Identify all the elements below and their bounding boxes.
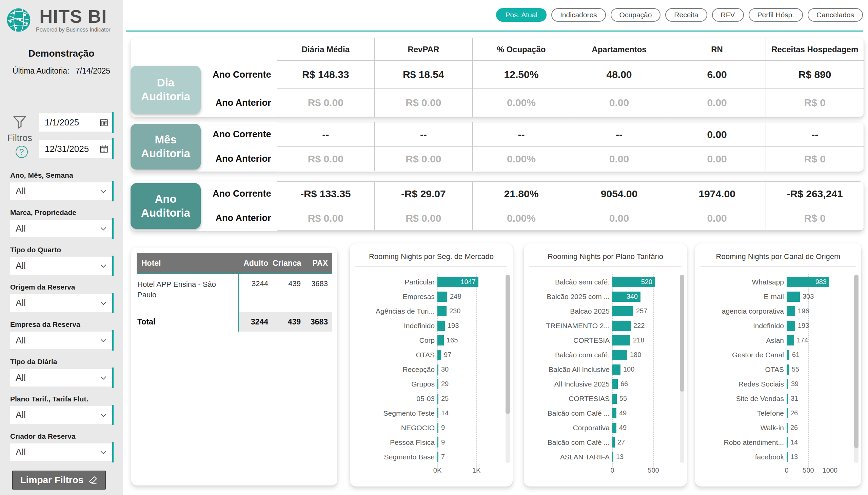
bar-row: OTAS55 [699, 362, 850, 377]
slicer-accent-bar [112, 405, 114, 425]
bar-value-label: 49 [619, 424, 627, 432]
hotel-total-value: 439 [272, 312, 305, 331]
chart-scrollbar[interactable] [854, 275, 858, 463]
chart-scrollbar-thumb[interactable] [680, 275, 684, 392]
filter-dropdown-marca-propriedade[interactable]: All [10, 220, 112, 237]
bar[interactable] [787, 408, 788, 419]
bar[interactable]: 520 [612, 277, 655, 287]
bar[interactable] [612, 437, 615, 447]
bar[interactable] [612, 408, 616, 419]
bar[interactable] [787, 437, 788, 447]
filter-dropdown-empresa-da-reserva[interactable]: All [10, 331, 112, 349]
bar[interactable] [787, 423, 788, 433]
bar[interactable]: 340 [612, 292, 641, 302]
bar[interactable] [437, 452, 438, 462]
bar[interactable] [437, 350, 441, 360]
bar-row: Recepção30 [354, 362, 501, 377]
tab-perfil-h-sp[interactable]: Perfil Hósp. [749, 8, 803, 22]
bar[interactable] [437, 437, 438, 447]
clear-filters-button[interactable]: Limpar Filtros [12, 471, 106, 490]
metric-value: R$ 0.00 [277, 147, 375, 171]
chart-plot: Particular1047Empresas248Agências de Tur… [354, 275, 501, 464]
bar[interactable] [787, 321, 795, 331]
bar[interactable] [437, 321, 445, 331]
hotel-adulto: 3244 [238, 274, 272, 312]
bar-category-label: Segmento Base [354, 453, 437, 461]
calendar-icon[interactable] [99, 118, 108, 127]
metric-table: Ano Corrente--------0.00--Ano AnteriorR$… [201, 122, 864, 171]
bar[interactable] [437, 423, 438, 433]
bar[interactable] [437, 364, 438, 375]
bar[interactable] [437, 394, 438, 404]
bar-row: NEGOCIO9 [354, 421, 501, 435]
bar[interactable] [437, 408, 438, 419]
bar[interactable] [787, 364, 789, 375]
bar[interactable]: 983 [787, 277, 829, 287]
bar[interactable] [612, 452, 613, 462]
chart-scrollbar[interactable] [680, 275, 684, 463]
bar[interactable] [612, 335, 630, 345]
bar-value-label: 248 [450, 293, 461, 301]
filter-dropdown-criador-da-reserva[interactable]: All [10, 443, 112, 461]
date-end-field[interactable]: 12/31/2025 [39, 140, 112, 158]
metric-group-name-line: Dia [157, 76, 174, 89]
chevron-down-icon [99, 448, 108, 457]
metric-row-label-previous: Ano Anterior [201, 89, 277, 117]
chart-scrollbar-thumb[interactable] [506, 275, 510, 414]
metric-value: 0.00 [570, 89, 668, 117]
tab-pos-atual[interactable]: Pos. Atual [496, 8, 547, 22]
bar-row: OTAS97 [354, 347, 501, 362]
bar-row: Segmento Base7 [354, 449, 501, 464]
bar[interactable] [787, 306, 795, 316]
bar[interactable] [437, 292, 447, 302]
filter-dropdown-ano-m-s-semana[interactable]: All [10, 183, 112, 200]
bar-value-label: 196 [798, 307, 809, 315]
metric-column-header: Diária Média [277, 38, 375, 61]
tab-receita[interactable]: Receita [665, 8, 707, 22]
bar[interactable] [787, 379, 788, 389]
chart-plot: Whatsapp983E-mail303agencia corporativa1… [699, 275, 850, 464]
x-axis-tick-label: 500 [803, 466, 814, 474]
bar[interactable] [612, 364, 620, 375]
tab-rfv[interactable]: RFV [712, 8, 744, 22]
tab-indicadores[interactable]: Indicadores [551, 8, 606, 22]
calendar-icon[interactable] [99, 144, 108, 154]
date-start-field[interactable]: 1/1/2025 [39, 113, 112, 132]
bar[interactable] [612, 321, 631, 331]
bar[interactable] [787, 394, 788, 404]
bar[interactable] [787, 350, 789, 360]
bar[interactable]: 1047 [437, 277, 478, 287]
dropdown-value: All [16, 447, 99, 458]
bar[interactable] [787, 335, 794, 345]
filter-dropdown-tipo-do-quarto[interactable]: All [10, 257, 112, 275]
bar[interactable] [437, 306, 446, 316]
bar[interactable] [437, 379, 438, 389]
bar[interactable] [787, 452, 788, 462]
bar[interactable] [612, 306, 633, 316]
bar[interactable] [612, 394, 617, 404]
filter-label-tipo-da-di-ria: Tipo da Diária [10, 358, 112, 366]
filter-dropdown-plano-tarif-tarifa-flut[interactable]: All [10, 406, 112, 424]
last-audit: Última Auditoria: 7/14/2025 [0, 66, 123, 75]
dropdown-value: All [16, 186, 99, 197]
bar-row: ASLAN TARIFA13 [528, 449, 676, 464]
metric-corner-spacer [201, 38, 277, 61]
bar[interactable] [612, 423, 616, 433]
filter-dropdown-tipo-da-di-ria[interactable]: All [10, 369, 112, 387]
bar[interactable] [787, 292, 800, 302]
bar-category-label: Balcão 2025 com ... [528, 293, 612, 301]
bar[interactable] [612, 379, 618, 389]
chart-scrollbar-thumb[interactable] [854, 275, 858, 448]
bar-category-label: Indefinido [699, 322, 787, 330]
help-icon[interactable]: ? [16, 146, 28, 158]
filter-dropdown-origem-da-reserva[interactable]: All [10, 294, 112, 312]
bar-category-label: Balcão All Inclusive [528, 365, 612, 374]
bar[interactable] [612, 350, 627, 360]
chart-scrollbar[interactable] [506, 275, 510, 463]
bar-value-label: 13 [790, 453, 798, 461]
tab-cancelados[interactable]: Cancelados [807, 8, 863, 22]
tab-ocupa-o[interactable]: Ocupação [611, 8, 661, 22]
metric-value: R$ 18.54 [375, 61, 473, 89]
bar-row: Corporativa49 [528, 421, 676, 435]
bar[interactable] [437, 335, 444, 345]
